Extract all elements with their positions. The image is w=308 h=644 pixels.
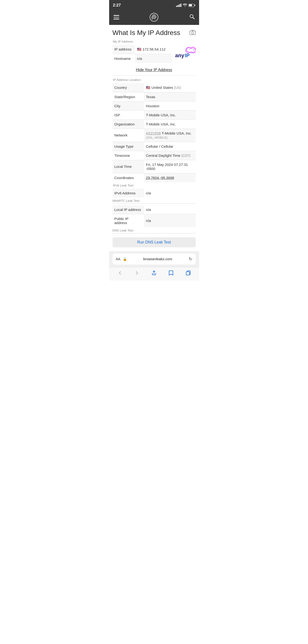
ipv6-table: IPv6 Address n/a	[112, 189, 196, 198]
timezone-label: Timezone	[112, 151, 144, 160]
isp-label: ISP	[112, 110, 144, 120]
table-row: Public IP address n/a	[112, 214, 196, 227]
flag-us: 🇺🇸	[137, 47, 142, 51]
webrtc-section: WebRTC Leak Test : Local IP address n/a …	[112, 199, 196, 227]
status-bar: 2:27	[109, 0, 199, 10]
dns-section: DNS Leak Test : Run DNS Leak Test	[112, 229, 196, 249]
table-row: Network AS21928 T-Mobile USA, Inc. (DSL,…	[112, 128, 196, 142]
svg-rect-8	[186, 272, 190, 275]
ipv6-section-label: IPv6 Leak Test :	[112, 184, 196, 187]
org-value: T-Mobile USA, Inc.	[144, 120, 196, 128]
local-ip-label: Local IP address	[112, 205, 144, 214]
svg-line-2	[193, 18, 194, 19]
table-row: IP address 🇺🇸 172.56.54.112	[112, 45, 172, 54]
aa-text[interactable]: AA	[116, 257, 120, 261]
ipv6-label: IPv6 Address	[112, 189, 144, 198]
table-row: Local IP address n/a	[112, 205, 196, 214]
country-value: 🇺🇸 United States (US)	[144, 83, 196, 92]
coordinates-label: Coordinates	[112, 173, 144, 182]
wifi-icon	[183, 3, 187, 8]
ipv6-value: n/a	[144, 189, 196, 198]
back-button[interactable]	[117, 270, 123, 276]
coordinates-link[interactable]: 29.7604,-95.3698	[146, 176, 174, 180]
org-label: Organization	[112, 120, 144, 128]
hostname-label: Hostname	[112, 54, 135, 63]
network-extra: (DSL, MOBILE)	[146, 136, 168, 139]
address-bar-wrap: AA 🔒 browserleaks.com ↻	[109, 251, 199, 267]
page-title: What Is My IP Address	[112, 29, 180, 37]
network-value: AS21928 T-Mobile USA, Inc. (DSL, MOBILE)	[144, 128, 196, 142]
ip-info-table: IP address 🇺🇸 172.56.54.112 Hostname n/a	[112, 45, 172, 63]
table-row: Country 🇺🇸 United States (US)	[112, 83, 196, 92]
status-icons	[176, 3, 195, 8]
webrtc-section-label: WebRTC Leak Test :	[112, 199, 196, 204]
timezone-code: (CDT)	[181, 154, 191, 158]
network-label: Network	[112, 128, 144, 142]
local-time-label: Local Time	[112, 160, 144, 173]
webrtc-table: Local IP address n/a Public IP address n…	[112, 205, 196, 227]
status-time: 2:27	[113, 3, 121, 8]
public-ip-value: n/a	[144, 214, 196, 227]
signal-icon	[176, 4, 181, 7]
table-row: ISP T-Mobile USA, Inc.	[112, 110, 196, 120]
nav-bar	[109, 10, 199, 25]
share-button[interactable]	[151, 270, 157, 276]
table-row: Local Time Fri, 17 May 2024 07:27:31 -05…	[112, 160, 196, 173]
table-row: IPv6 Address n/a	[112, 189, 196, 198]
svg-point-0	[150, 13, 158, 21]
country-label: Country	[112, 83, 144, 92]
timezone-value: Central Daylight Time (CDT)	[144, 151, 196, 160]
location-label: IP Address Location :	[112, 78, 196, 82]
main-content: What Is My IP Address My IP Address : IP…	[109, 25, 199, 249]
table-row: State/Region Texas	[112, 92, 196, 101]
public-ip-label: Public IP address	[112, 214, 144, 227]
page-header: What Is My IP Address	[112, 29, 196, 37]
svg-text:any: any	[175, 52, 185, 58]
lock-icon: 🔒	[123, 257, 127, 261]
battery-icon	[189, 4, 195, 7]
local-ip-value: n/a	[144, 205, 196, 214]
flag-us-loc: 🇺🇸	[146, 86, 151, 90]
anyip-logo: any IP	[174, 45, 196, 60]
ipv6-section: IPv6 Leak Test : IPv6 Address n/a	[112, 184, 196, 198]
ip-address-label: IP address	[112, 45, 135, 54]
hostname-value: n/a	[135, 54, 172, 63]
hide-ip-link[interactable]: Hide Your IP Address	[112, 64, 196, 76]
city-label: City	[112, 101, 144, 110]
fingerprint-logo-icon	[150, 13, 158, 22]
dns-section-label: DNS Leak Test :	[112, 229, 196, 234]
city-value: Houston	[144, 101, 196, 110]
run-dns-test-button[interactable]: Run DNS Leak Test	[112, 237, 196, 247]
ip-address-value: 🇺🇸 172.56.54.112	[135, 45, 172, 54]
search-icon[interactable]	[189, 14, 195, 21]
my-ip-label: My IP Address :	[112, 40, 196, 43]
svg-rect-3	[190, 31, 196, 35]
svg-point-5	[194, 32, 195, 32]
state-value: Texas	[144, 92, 196, 101]
reload-icon[interactable]: ↻	[189, 256, 192, 262]
table-row: Hostname n/a	[112, 54, 172, 63]
coordinates-value: 29.7604,-95.3698	[144, 173, 196, 182]
table-row: Coordinates 29.7604,-95.3698	[112, 173, 196, 182]
isp-value: T-Mobile USA, Inc.	[144, 110, 196, 120]
state-label: State/Region	[112, 92, 144, 101]
dns-button-wrap: Run DNS Leak Test	[112, 235, 196, 249]
camera-icon[interactable]	[190, 30, 196, 36]
hamburger-menu-icon[interactable]	[113, 15, 119, 20]
bookmark-button[interactable]	[168, 270, 174, 276]
tabs-button[interactable]	[185, 270, 191, 276]
svg-point-4	[191, 32, 194, 34]
ip-table-wrap: IP address 🇺🇸 172.56.54.112 Hostname n/a	[112, 45, 172, 63]
table-row: City Houston	[112, 101, 196, 110]
table-row: Organization T-Mobile USA, Inc.	[112, 120, 196, 128]
ip-card-header: IP address 🇺🇸 172.56.54.112 Hostname n/a	[112, 45, 196, 63]
forward-button[interactable]	[134, 270, 140, 276]
local-time-value: Fri, 17 May 2024 07:27:31 -0500	[144, 160, 196, 173]
country-code: (US)	[174, 86, 181, 90]
url-text[interactable]: browserleaks.com	[129, 257, 186, 261]
table-row: Usage Type Cellular / Cellular	[112, 142, 196, 151]
location-table: Country 🇺🇸 United States (US) State/Regi…	[112, 83, 196, 182]
address-bar: AA 🔒 browserleaks.com ↻	[112, 254, 196, 264]
network-as-link[interactable]: AS21928	[146, 131, 161, 135]
table-row: Timezone Central Daylight Time (CDT)	[112, 151, 196, 160]
